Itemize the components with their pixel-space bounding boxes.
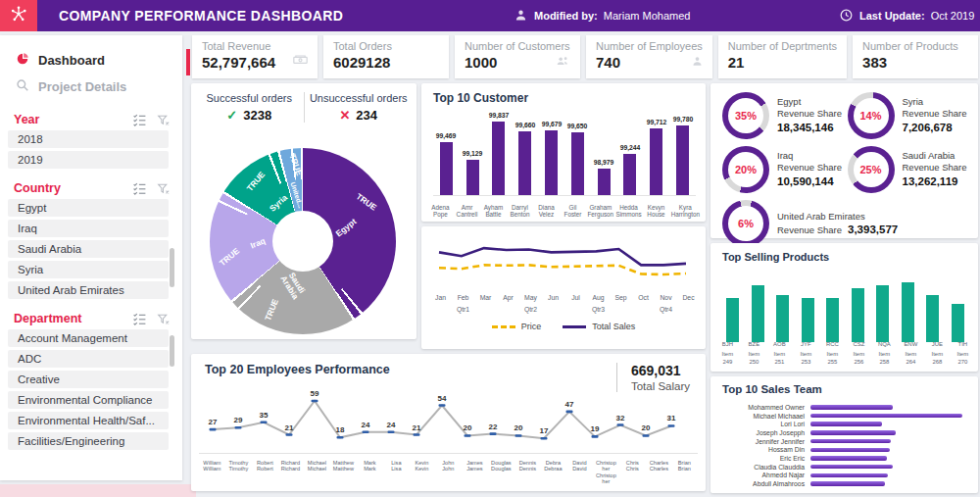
customer-bar[interactable]: 99,129 <box>466 160 479 195</box>
employee-marker[interactable] <box>261 422 268 424</box>
scrollbar-thumb[interactable] <box>170 248 174 287</box>
employee-marker[interactable] <box>414 433 420 436</box>
employee-marker[interactable] <box>643 434 650 437</box>
sales-team-bar[interactable] <box>810 456 887 461</box>
employee-marker[interactable] <box>210 428 217 431</box>
kpi-card[interactable]: Total Revenue52,797,664 <box>192 35 318 78</box>
revenue-country: Saudi Arabia <box>903 150 967 162</box>
product-bar[interactable] <box>802 298 814 342</box>
legend-price[interactable]: Price <box>492 322 542 331</box>
employee-marker[interactable] <box>286 433 293 436</box>
employee-value-label: 22 <box>489 422 498 431</box>
sales-team-bar[interactable] <box>810 481 885 486</box>
sales-team-bar[interactable] <box>810 414 962 419</box>
employee-marker[interactable] <box>337 436 344 439</box>
filter-option[interactable]: ADC <box>8 350 169 368</box>
employee-value-label: 54 <box>438 394 447 403</box>
product-bar[interactable] <box>926 295 939 342</box>
customer-bar[interactable]: 99,660 <box>518 131 531 195</box>
filter-option[interactable]: Egypt <box>8 199 169 217</box>
filter-option[interactable]: Account Management <box>8 329 169 347</box>
kpi-card[interactable]: Total Orders6029128 <box>323 35 449 78</box>
filter-option[interactable]: Facilities/Engineering <box>8 432 169 450</box>
employee-name-label: Robert Robert <box>254 460 274 485</box>
legend-total-sales[interactable]: Total Sales <box>563 322 635 331</box>
revenue-share-text: United Arab EmiratesRevenue Share3,393,5… <box>777 211 898 236</box>
employee-marker[interactable] <box>388 431 395 434</box>
revenue-donut[interactable]: 25% <box>848 146 895 193</box>
revenue-donut[interactable]: 6% <box>722 200 769 247</box>
customer-bar[interactable]: 99,469 <box>440 142 453 195</box>
revenue-donut[interactable]: 35% <box>722 92 769 139</box>
product-bar[interactable] <box>726 298 739 342</box>
revenue-donut[interactable]: 14% <box>848 92 895 139</box>
filter-option[interactable]: Environmental Compliance <box>8 391 169 409</box>
filter-option[interactable]: Saudi Arabia <box>8 240 169 258</box>
sidebar-item-project-details[interactable]: Project Details <box>0 74 182 100</box>
filter-option[interactable]: 2018 <box>8 130 169 148</box>
product-bar[interactable] <box>902 282 914 342</box>
product-bar[interactable] <box>952 304 964 342</box>
product-bar[interactable] <box>826 298 839 342</box>
customer-bar[interactable]: 98,979 <box>598 169 611 195</box>
nav-label: Dashboard <box>38 53 105 68</box>
filter-option[interactable]: United Arab Emirates <box>8 281 169 299</box>
customer-bar[interactable]: 99,650 <box>571 132 584 195</box>
kpi-card[interactable]: Number of Employees740 <box>586 35 712 78</box>
total-sales-line[interactable] <box>439 248 686 265</box>
clear-filter-icon[interactable] <box>156 182 171 195</box>
customer-bar[interactable]: 99,837 <box>492 122 505 195</box>
employee-marker[interactable] <box>312 400 318 403</box>
customer-bar[interactable]: 99,712 <box>650 128 662 195</box>
product-bar[interactable] <box>876 285 889 342</box>
multi-select-icon[interactable] <box>132 313 147 325</box>
sales-team-bar[interactable] <box>810 422 882 426</box>
employee-marker[interactable] <box>592 435 599 438</box>
sidebar-item-dashboard[interactable]: Dashboard <box>0 47 182 74</box>
clear-filter-icon[interactable] <box>156 313 171 325</box>
kpi-card[interactable]: Number of Deprtments21 <box>718 35 847 78</box>
revenue-share-syria: 14%SyriaRevenue Share7,206,678 <box>848 92 969 139</box>
revenue-donut[interactable]: 20% <box>722 146 769 193</box>
sales-team-bar[interactable] <box>810 465 893 470</box>
employee-marker[interactable] <box>235 426 242 429</box>
app-logo[interactable] <box>0 0 37 31</box>
product-bar[interactable] <box>776 295 789 342</box>
customer-bar[interactable]: 99,244 <box>623 154 636 195</box>
revenue-share-value: 18,345,146 <box>777 121 842 134</box>
filter-option[interactable]: Creative <box>8 371 169 388</box>
employee-name-label: David David <box>569 460 590 485</box>
orders-sunburst-chart[interactable]: EgyptTRUESaudi ArabiaTRUEIraqTRUESyriaTR… <box>210 148 396 334</box>
filter-option[interactable]: Syria <box>8 261 169 278</box>
sales-team-bar[interactable] <box>810 439 891 444</box>
scrollbar-thumb[interactable] <box>170 335 174 367</box>
employee-marker[interactable] <box>668 424 675 427</box>
employee-marker[interactable] <box>515 434 522 437</box>
sales-team-bar[interactable] <box>810 405 893 410</box>
employee-value-label: 17 <box>540 426 549 435</box>
employee-marker[interactable] <box>439 404 446 407</box>
employee-marker[interactable] <box>541 437 548 440</box>
customer-bar[interactable]: 99,679 <box>545 130 558 195</box>
sales-team-bar[interactable] <box>810 448 890 453</box>
filter-option[interactable]: Environmental Health/Saf... <box>8 412 169 429</box>
clear-filter-icon[interactable] <box>156 114 171 126</box>
employee-marker[interactable] <box>490 432 497 435</box>
sales-team-bar[interactable] <box>810 473 888 478</box>
employee-marker[interactable] <box>465 434 471 437</box>
multi-select-icon[interactable] <box>132 182 147 195</box>
multi-select-icon[interactable] <box>132 114 147 126</box>
product-bar[interactable] <box>852 288 864 342</box>
customer-bar[interactable]: 99,780 <box>676 125 689 195</box>
kpi-card[interactable]: Number of Customers1000 <box>455 35 580 78</box>
filter-option[interactable]: 2019 <box>8 151 169 169</box>
price-line[interactable] <box>439 265 686 274</box>
employee-marker[interactable] <box>566 411 573 414</box>
revenue-share-text: IraqRevenue Share10,590,144 <box>777 150 842 188</box>
kpi-card[interactable]: Number of Products383 <box>853 35 978 78</box>
employee-marker[interactable] <box>617 423 624 426</box>
filter-option[interactable]: Iraq <box>8 220 169 237</box>
sales-team-bar[interactable] <box>810 430 896 435</box>
employee-marker[interactable] <box>363 431 369 434</box>
product-bar[interactable] <box>752 285 764 342</box>
